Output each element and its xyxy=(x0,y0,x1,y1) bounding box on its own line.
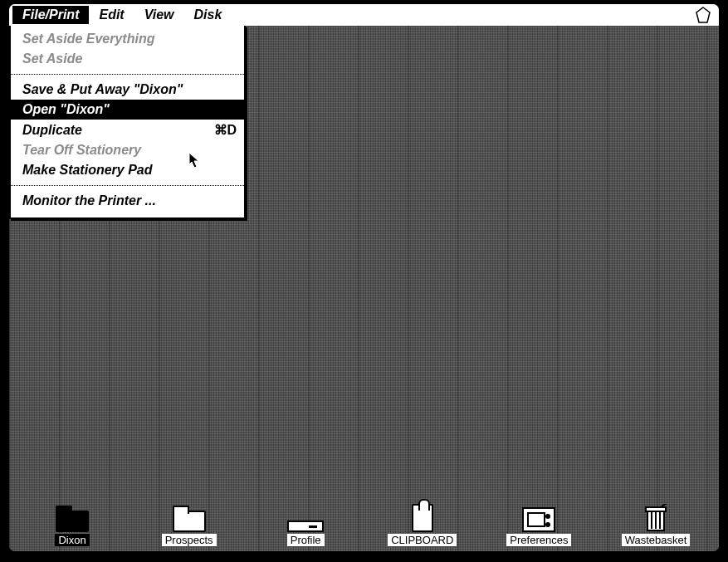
clipboard-icon xyxy=(412,504,433,532)
desktop-icon-wastebasket[interactable]: Wastebasket xyxy=(614,502,697,546)
folder-icon xyxy=(173,511,206,532)
menu-item-monitor-printer[interactable]: Monitor the Printer ... xyxy=(11,191,244,211)
system-logo-icon xyxy=(696,7,711,23)
icon-label: Profile xyxy=(287,534,325,546)
desktop-icon-profile[interactable]: Profile xyxy=(264,502,347,546)
desktop-icon-dixon[interactable]: Dixon xyxy=(31,502,114,546)
preferences-icon xyxy=(522,507,555,532)
menubar: File/Print Edit View Disk xyxy=(9,4,719,26)
folder-icon xyxy=(56,511,89,532)
menu-item-duplicate[interactable]: Duplicate ⌘D xyxy=(11,120,244,140)
menu-item-set-aside: Set Aside xyxy=(11,49,244,69)
drive-icon xyxy=(287,520,324,532)
icon-label: Wastebasket xyxy=(622,534,691,546)
menu-item-open[interactable]: Open "Dixon" xyxy=(11,100,244,120)
desktop-icon-preferences[interactable]: Preferences xyxy=(497,502,580,546)
menu-file-print[interactable]: File/Print xyxy=(12,6,89,24)
desktop-icon-clipboard[interactable]: CLIPBOARD xyxy=(381,502,464,546)
menu-item-set-aside-everything: Set Aside Everything xyxy=(11,29,244,49)
trash-icon xyxy=(643,504,668,532)
icon-label: Prospects xyxy=(162,534,217,546)
desktop-icon-prospects[interactable]: Prospects xyxy=(148,502,231,546)
menu-edit[interactable]: Edit xyxy=(89,6,134,24)
menu-disk[interactable]: Disk xyxy=(184,6,232,24)
icon-label: Preferences xyxy=(506,534,571,546)
desktop-icon-row: Dixon Prospects Profile CLIPBOARD Prefer… xyxy=(31,502,697,546)
svg-line-5 xyxy=(662,504,668,506)
file-print-menu: Set Aside Everything Set Aside Save & Pu… xyxy=(9,26,246,219)
icon-label: Dixon xyxy=(55,534,89,546)
menu-separator xyxy=(11,185,244,186)
menu-item-tear-off-stationery: Tear Off Stationery xyxy=(11,140,244,160)
svg-rect-4 xyxy=(646,507,666,511)
menu-view[interactable]: View xyxy=(134,6,184,24)
menu-separator xyxy=(11,74,244,75)
icon-label: CLIPBOARD xyxy=(388,534,457,546)
menu-item-make-stationery-pad[interactable]: Make Stationery Pad xyxy=(11,160,244,180)
shortcut-label: ⌘D xyxy=(214,122,236,138)
menu-item-save-put-away[interactable]: Save & Put Away "Dixon" xyxy=(11,80,244,100)
